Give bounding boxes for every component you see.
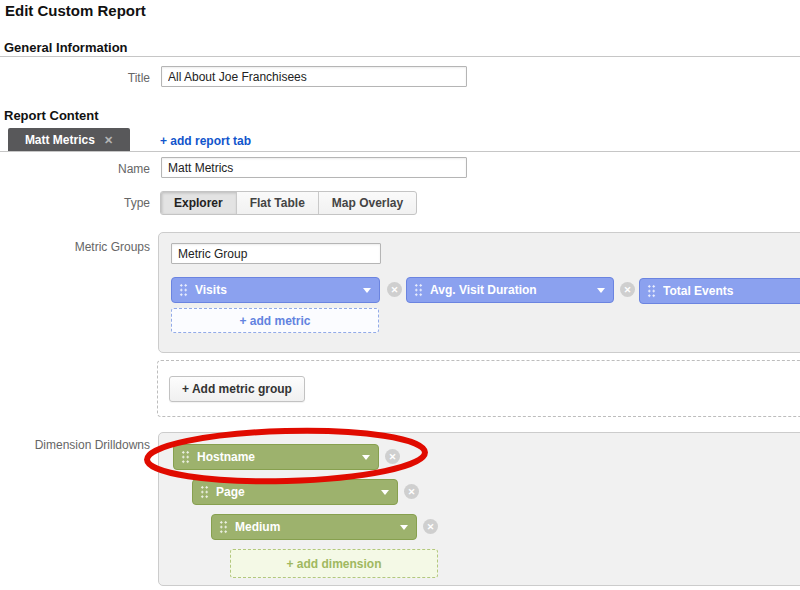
report-content-heading: Report Content <box>4 108 99 123</box>
dimension-pill-hostname[interactable]: Hostname <box>173 444 379 470</box>
remove-dimension-icon[interactable] <box>404 484 419 499</box>
dimension-drilldowns-box: Hostname Page Medium + add dimension <box>158 432 800 586</box>
metric-pill-visits[interactable]: Visits <box>171 277 380 303</box>
add-report-tab-link[interactable]: + add report tab <box>160 134 251 148</box>
drag-handle-icon[interactable] <box>179 283 188 297</box>
title-input[interactable] <box>161 66 467 87</box>
tab-row-divider <box>0 151 800 152</box>
title-label: Title <box>0 71 150 85</box>
dimension-pill-label: Medium <box>235 520 394 534</box>
drag-handle-icon[interactable] <box>200 485 209 499</box>
dropdown-arrow-icon <box>400 525 408 530</box>
metric-pill-avg-visit-duration[interactable]: Avg. Visit Duration <box>406 277 614 303</box>
drag-handle-icon[interactable] <box>414 283 423 297</box>
add-metric-group-dropzone: + Add metric group <box>157 360 800 417</box>
drag-handle-icon[interactable] <box>219 520 228 534</box>
metric-group-name-input[interactable] <box>171 243 381 264</box>
report-name-input[interactable] <box>161 157 467 178</box>
metric-pill-total-events[interactable]: Total Events <box>639 278 800 304</box>
dropdown-arrow-icon <box>381 490 389 495</box>
metric-group-box: Visits Avg. Visit Duration Total Events … <box>158 232 800 353</box>
dropdown-arrow-icon <box>363 288 371 293</box>
dimension-drilldowns-label: Dimension Drilldowns <box>0 438 150 452</box>
drag-handle-icon[interactable] <box>181 450 190 464</box>
type-option-explorer[interactable]: Explorer <box>161 192 237 214</box>
report-type-selector: Explorer Flat Table Map Overlay <box>160 191 417 215</box>
drag-handle-icon[interactable] <box>647 284 656 298</box>
type-option-map-overlay[interactable]: Map Overlay <box>319 192 416 214</box>
remove-metric-icon[interactable] <box>620 282 635 297</box>
report-tab-label: Matt Metrics <box>25 133 95 147</box>
name-label: Name <box>0 162 150 176</box>
section-divider <box>0 56 800 57</box>
dropdown-arrow-icon <box>597 288 605 293</box>
edit-custom-report-page: { "page": { "heading": "Edit Custom Repo… <box>0 0 800 590</box>
remove-dimension-icon[interactable] <box>423 519 438 534</box>
metric-pill-label: Visits <box>195 283 357 297</box>
type-option-flat-table[interactable]: Flat Table <box>237 192 319 214</box>
page-title: Edit Custom Report <box>5 2 146 19</box>
add-metric-group-button[interactable]: + Add metric group <box>169 376 305 402</box>
report-tab-matt-metrics[interactable]: Matt Metrics <box>8 128 130 152</box>
dimension-pill-page[interactable]: Page <box>192 479 398 505</box>
metric-groups-label: Metric Groups <box>0 240 150 254</box>
type-label: Type <box>0 196 150 210</box>
metric-pill-label: Total Events <box>663 284 800 298</box>
dimension-pill-label: Hostname <box>197 450 356 464</box>
add-metric-button[interactable]: + add metric <box>171 308 379 333</box>
metric-pill-label: Avg. Visit Duration <box>430 283 591 297</box>
dropdown-arrow-icon <box>362 455 370 460</box>
remove-metric-icon[interactable] <box>387 282 402 297</box>
remove-dimension-icon[interactable] <box>385 449 400 464</box>
close-tab-icon[interactable] <box>104 135 113 146</box>
general-information-heading: General Information <box>4 40 128 55</box>
add-dimension-button[interactable]: + add dimension <box>230 549 438 578</box>
dimension-pill-label: Page <box>216 485 375 499</box>
dimension-pill-medium[interactable]: Medium <box>211 514 417 540</box>
